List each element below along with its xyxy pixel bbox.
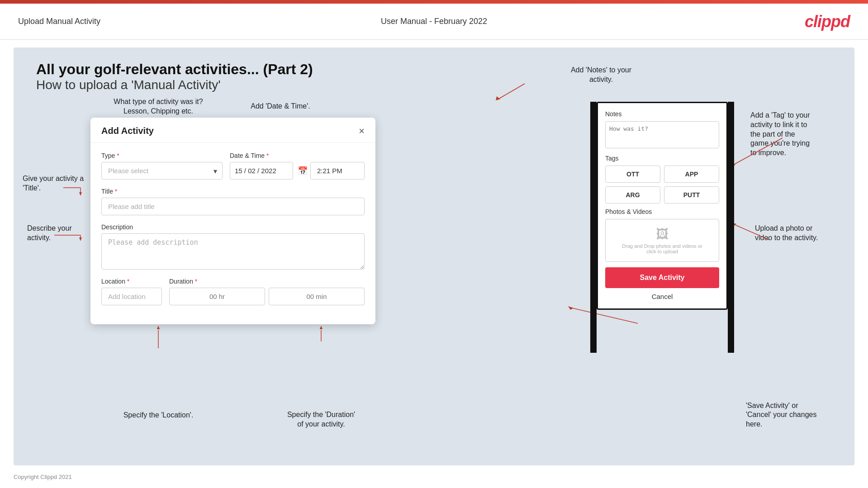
svg-marker-22 (568, 306, 574, 310)
tags-section: Tags OTT APP ARG PUTT (598, 150, 726, 204)
footer: Copyright Clippd 2021 (14, 465, 854, 488)
mobile-panel: Notes Tags OTT APP ARG PUTT Photos & Vid… (597, 102, 728, 310)
date-group: 📅 (230, 162, 365, 180)
photos-section: Photos & Videos 🖼 Drag and Drop photos a… (598, 204, 726, 262)
duration-label: Duration * (169, 278, 365, 285)
type-datetime-row: Type * Please select Date & Time * 📅 (101, 152, 365, 180)
save-annotation: 'Save Activity' or 'Cancel' your changes… (746, 401, 845, 429)
notes-section: Notes (598, 103, 726, 150)
duration-inputs (169, 288, 365, 305)
tag-arg[interactable]: ARG (605, 186, 660, 204)
mobile-left-border (590, 102, 597, 353)
footer-copyright: Copyright Clippd 2021 (14, 474, 72, 480)
close-button[interactable]: × (359, 126, 365, 136)
datetime-label: Date & Time * (230, 152, 365, 159)
photos-label: Photos & Videos (605, 208, 719, 215)
location-group: Location * (101, 278, 162, 305)
location-duration-row: Location * Duration * (101, 278, 365, 305)
logo: clippd (805, 12, 850, 31)
svg-marker-12 (157, 326, 160, 329)
header-right: clippd (573, 12, 850, 31)
photo-annotation: Upload a photo or video to the activity. (755, 224, 845, 243)
location-label: Location * (101, 278, 162, 285)
notes-textarea[interactable] (605, 121, 719, 148)
title-group: Title * (101, 188, 365, 215)
modal-body: Type * Please select Date & Time * 📅 (90, 143, 375, 324)
time-input[interactable] (310, 162, 365, 180)
page-title: All your golf-relevant activities... (Pa… (36, 61, 313, 78)
type-label: Type * (101, 152, 223, 159)
modal-title: Add Activity (101, 126, 154, 136)
upload-text: Drag and Drop photos and videos or click… (609, 243, 715, 254)
description-group: Description (101, 223, 365, 270)
tags-grid: OTT APP ARG PUTT (605, 166, 719, 204)
header-center: User Manual - February 2022 (295, 17, 573, 26)
add-activity-modal: Add Activity × Type * Please select (90, 118, 375, 324)
svg-marker-14 (320, 326, 323, 329)
mobile-right-border (728, 102, 734, 353)
page-title-area: All your golf-relevant activities... (Pa… (36, 61, 313, 92)
header: Upload Manual Activity User Manual - Feb… (0, 4, 868, 40)
title-input[interactable] (101, 198, 365, 215)
duration-min-input[interactable] (269, 288, 365, 305)
main-content: All your golf-relevant activities... (Pa… (14, 47, 854, 465)
save-activity-button[interactable]: Save Activity (605, 267, 719, 288)
duration-hr-input[interactable] (169, 288, 265, 305)
duration-group: Duration * (169, 278, 365, 305)
location-annotation: Specify the 'Location'. (113, 411, 204, 420)
svg-line-21 (570, 308, 638, 323)
duration-annotation: Specify the 'Duration' of your activity. (271, 410, 371, 429)
page-subtitle: How to upload a 'Manual Activity' (36, 78, 313, 92)
upload-icon: 🖼 (609, 227, 715, 242)
upload-area[interactable]: 🖼 Drag and Drop photos and videos or cli… (605, 219, 719, 262)
notes-label: Notes (605, 110, 719, 118)
calendar-icon[interactable]: 📅 (298, 166, 308, 176)
datetime-group: Date & Time * 📅 (230, 152, 365, 180)
title-label: Title * (101, 188, 365, 195)
svg-marker-16 (496, 96, 500, 100)
tag-ott[interactable]: OTT (605, 166, 660, 183)
cancel-link[interactable]: Cancel (598, 288, 726, 305)
tag-app[interactable]: APP (664, 166, 719, 183)
title-annotation: Give your activity a 'Title'. (23, 174, 95, 193)
tags-label: Tags (605, 155, 719, 162)
notes-annotation: Add 'Notes' to your activity. (556, 66, 646, 85)
tag-annotation: Add a 'Tag' to your activity to link it … (750, 111, 845, 158)
location-input[interactable] (101, 288, 162, 305)
type-select-wrapper: Please select (101, 162, 223, 180)
description-annotation: Describe your activity. (27, 224, 86, 243)
date-input[interactable] (230, 162, 293, 180)
svg-line-15 (498, 84, 525, 99)
type-annotation: What type of activity was it? Lesson, Ch… (109, 97, 208, 116)
description-textarea[interactable] (101, 233, 365, 270)
header-left: Upload Manual Activity (18, 17, 295, 26)
type-group: Type * Please select (101, 152, 223, 180)
accent-bar (0, 0, 868, 4)
type-select[interactable]: Please select (101, 162, 223, 180)
description-label: Description (101, 223, 365, 231)
tag-putt[interactable]: PUTT (664, 186, 719, 204)
modal-header: Add Activity × (90, 118, 375, 143)
datetime-annotation: Add 'Date & Time'. (235, 102, 326, 111)
